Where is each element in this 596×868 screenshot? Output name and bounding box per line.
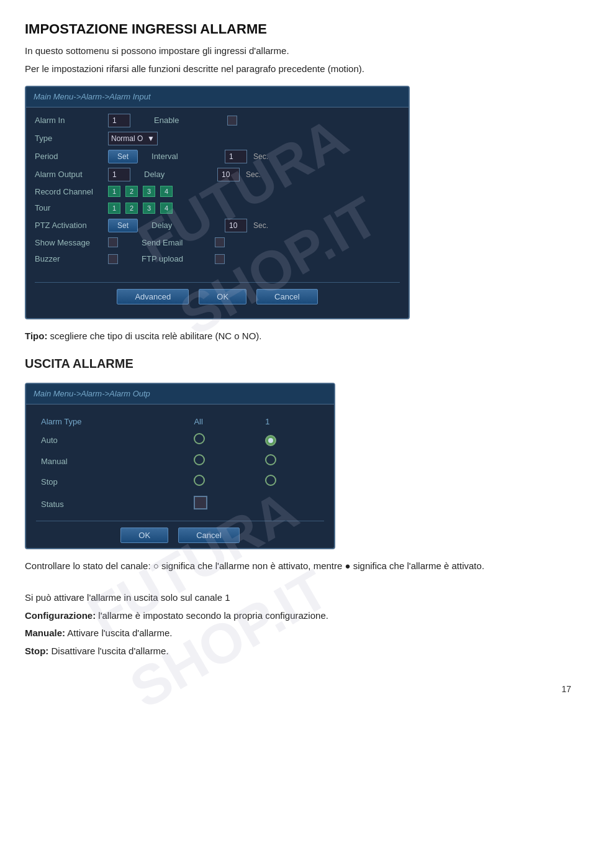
all-header: All — [189, 413, 260, 431]
alarm-in-row: Alarm In 1 Enable — [35, 114, 400, 127]
alarm-output-panel: Main Menu->Alarm->Alarm Outp Alarm Type … — [25, 383, 335, 549]
delay-label: Delay — [144, 168, 212, 181]
record-ch-1[interactable]: 1 — [108, 186, 120, 197]
stop-row: Stop — [36, 472, 324, 493]
alarm-output-row: Alarm Output 1 Delay 10 Sec. — [35, 168, 400, 181]
status-label: Status — [36, 493, 189, 516]
status-1-cell — [260, 493, 324, 516]
alarm-in-input[interactable]: 1 — [108, 114, 130, 127]
manuale-label: Manuale: — [25, 628, 65, 638]
stop-all-radio[interactable] — [189, 472, 260, 493]
alarm-output-label: Alarm Output — [35, 168, 103, 181]
interval-unit: Sec. — [253, 151, 268, 162]
buzzer-row: Buzzer FTP upload — [35, 253, 400, 265]
panel2-ok-button[interactable]: OK — [120, 528, 168, 543]
status-row: Status — [36, 493, 324, 516]
panel2-cancel-button[interactable]: Cancel — [178, 528, 239, 543]
alarm-in-label: Alarm In — [35, 114, 103, 127]
section2-title: USCITA ALLARME — [25, 354, 571, 373]
type-label: Type — [35, 132, 103, 145]
record-channel-label: Record Channel — [35, 186, 103, 198]
tour-label: Tour — [35, 202, 103, 214]
status-all-box — [189, 493, 260, 516]
panel2-footer: OK Cancel — [36, 521, 324, 548]
type-row: Type Normal O ▼ — [35, 132, 400, 145]
manual-row: Manual — [36, 451, 324, 472]
cancel-button[interactable]: Cancel — [256, 289, 317, 304]
stop-text: Disattivare l'uscita d'allarme. — [52, 646, 169, 656]
stop-label: Stop — [36, 472, 189, 493]
tipo-text: Tipo: scegliere che tipo di uscita relè … — [25, 329, 571, 344]
tour-ch-1[interactable]: 1 — [108, 203, 120, 214]
ptz-delay-label: Delay — [151, 219, 220, 232]
ptz-label: PTZ Activation — [35, 219, 103, 232]
alarm-type-table: Alarm Type All 1 Auto Manual — [36, 413, 324, 516]
alarm-input-panel: Main Menu->Alarm->Alarm Input Alarm In 1… — [25, 86, 410, 319]
col1-header: 1 — [260, 413, 324, 431]
period-set-button[interactable]: Set — [108, 150, 138, 163]
delay-unit: Sec. — [246, 169, 261, 180]
interval-label: Interval — [151, 150, 220, 163]
record-ch-3[interactable]: 3 — [143, 186, 155, 197]
manual-label: Manual — [36, 451, 189, 472]
ftp-checkbox[interactable] — [215, 254, 225, 264]
intro-para1: In questo sottomenu si possono impostare… — [25, 44, 571, 58]
ptz-row: PTZ Activation Set Delay 10 Sec. — [35, 219, 400, 232]
auto-1-radio[interactable] — [260, 430, 324, 451]
ok-button[interactable]: OK — [199, 289, 246, 304]
ptz-set-button[interactable]: Set — [108, 219, 138, 232]
manuale-text: Attivare l'uscita d'allarme. — [67, 628, 172, 638]
send-email-label: Send Email — [142, 237, 210, 249]
send-email-checkbox[interactable] — [215, 237, 225, 247]
tipo-desc: scegliere che tipo di uscita relè abilit… — [50, 331, 262, 341]
page-number: 17 — [25, 683, 571, 696]
config-text: l'allarme è impostato secondo la propria… — [98, 610, 328, 621]
tour-ch-3[interactable]: 3 — [143, 203, 155, 214]
record-ch-4[interactable]: 4 — [160, 186, 173, 197]
stop-label: Stop: — [25, 646, 48, 656]
enable-checkbox[interactable] — [227, 116, 237, 126]
config-line: Configurazione: l'allarme è impostato se… — [25, 609, 571, 623]
manual-1-radio[interactable] — [260, 451, 324, 472]
buzzer-label: Buzzer — [35, 253, 103, 265]
auto-all-radio[interactable] — [189, 430, 260, 451]
tour-ch-4[interactable]: 4 — [160, 203, 173, 214]
buzzer-checkbox[interactable] — [108, 254, 118, 264]
manuale-line: Manuale: Attivare l'uscita d'allarme. — [25, 626, 571, 641]
alarm-output-title: Main Menu->Alarm->Alarm Outp — [26, 384, 334, 404]
alarm-type-header: Alarm Type — [36, 413, 189, 431]
show-message-checkbox[interactable] — [108, 237, 118, 247]
record-ch-2[interactable]: 2 — [125, 186, 138, 197]
stop-1-radio[interactable] — [260, 472, 324, 493]
delay-input[interactable]: 10 — [217, 168, 240, 181]
page-title: IMPOSTAZIONE INGRESSI ALLARME — [25, 19, 571, 39]
tour-ch-2[interactable]: 2 — [125, 203, 138, 214]
tipo-label: Tipo: — [25, 331, 47, 341]
enable-label: Enable — [154, 114, 222, 127]
manual-all-radio[interactable] — [189, 451, 260, 472]
interval-input[interactable]: 1 — [225, 150, 247, 163]
ptz-delay-input[interactable]: 10 — [225, 219, 247, 232]
type-dropdown[interactable]: Normal O ▼ — [108, 132, 158, 145]
ptz-delay-unit: Sec. — [253, 220, 268, 231]
ftp-label: FTP upload — [142, 253, 210, 265]
show-message-label: Show Message — [35, 237, 103, 249]
show-message-row: Show Message Send Email — [35, 237, 400, 249]
stop-line: Stop: Disattivare l'uscita d'allarme. — [25, 644, 571, 659]
advanced-button[interactable]: Advanced — [117, 289, 189, 304]
controllare-text: Controllare lo stato del canale: ○ signi… — [25, 559, 571, 573]
config-label: Configurazione: — [25, 610, 96, 621]
auto-row: Auto — [36, 430, 324, 451]
intro-para2: Per le impostazioni rifarsi alle funzion… — [25, 62, 571, 76]
alarm-output-input[interactable]: 1 — [108, 168, 130, 181]
panel1-footer: Advanced OK Cancel — [35, 282, 400, 309]
record-channel-row: Record Channel 1 2 3 4 — [35, 186, 400, 198]
period-row: Period Set Interval 1 Sec. — [35, 150, 400, 163]
tour-row: Tour 1 2 3 4 — [35, 202, 400, 214]
period-label: Period — [35, 150, 103, 163]
auto-label: Auto — [36, 430, 189, 451]
alarm-input-title: Main Menu->Alarm->Alarm Input — [26, 87, 409, 107]
si-puo-text: Si può attivare l'allarme in uscita solo… — [25, 591, 571, 605]
